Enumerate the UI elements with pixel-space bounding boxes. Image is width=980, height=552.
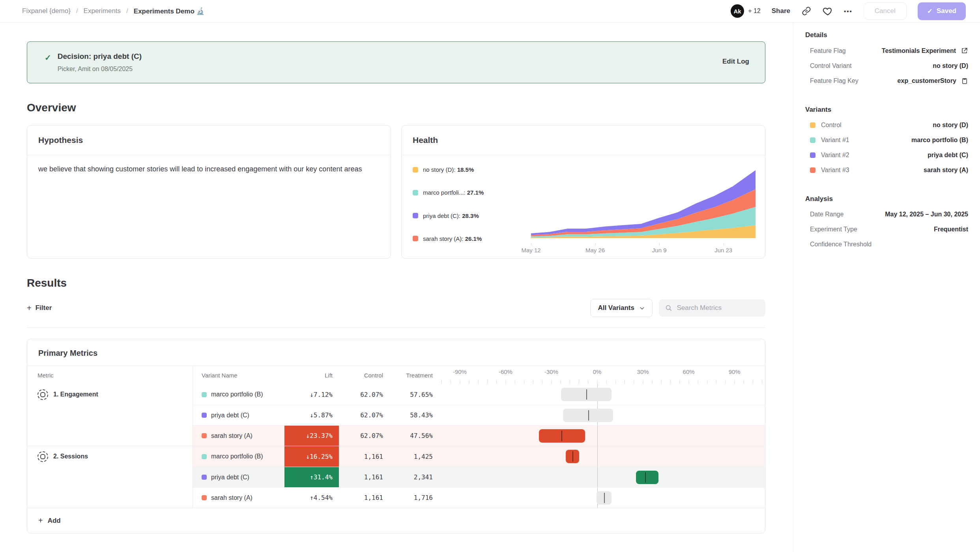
axis-tick-label: 60% [683, 368, 695, 375]
metric-table-row: 1. Engagementmarco portfolio (B)↓7.12%62… [27, 384, 765, 405]
share-button[interactable]: Share [772, 7, 790, 15]
confidence-interval-cell [441, 425, 765, 446]
control-cell: 1,161 [339, 446, 391, 467]
add-filter-button[interactable]: + Filter [27, 304, 52, 313]
breadcrumb-item[interactable]: Fixpanel {demo} [22, 7, 71, 15]
overview-title: Overview [27, 101, 765, 114]
variant-value: marco portfolio (B) [911, 137, 968, 144]
health-card-title: Health [402, 126, 765, 155]
top-bar: Fixpanel {demo}/Experiments/Experiments … [0, 0, 980, 23]
more-options-button[interactable]: ••• [844, 8, 853, 15]
variant-name-cell: priya debt (C) [193, 467, 284, 487]
variant-name: priya debt (C) [211, 474, 249, 481]
experiment-type-row: Experiment Type Frequentist [805, 222, 968, 237]
metric-target-icon [37, 451, 48, 462]
details-section: Details Feature Flag Testimonials Experi… [805, 31, 968, 88]
variant-row: Variant #2priya debt (C) [805, 148, 968, 163]
copy-link-icon[interactable] [801, 6, 812, 16]
saved-button[interactable]: ✓ Saved [918, 2, 966, 20]
results-title: Results [27, 277, 765, 289]
breadcrumb-item[interactable]: Experiments [84, 7, 121, 15]
feature-flag-key-row: Feature Flag Key exp_customerStory [805, 73, 968, 88]
search-metrics-input[interactable] [677, 304, 759, 312]
confidence-interval-bar [636, 471, 659, 484]
metric-cell: 1. Engagement [27, 384, 193, 405]
search-metrics-box[interactable] [659, 299, 765, 317]
x-axis-label: May 26 [585, 247, 605, 253]
legend-label: priya debt (C): 28.3% [423, 212, 479, 219]
variant-name-cell: priya debt (C) [193, 405, 284, 425]
saved-check-icon: ✓ [927, 7, 933, 15]
control-value: 1,161 [364, 453, 383, 460]
lift-marker [604, 493, 605, 503]
treatment-value: 2,341 [414, 473, 433, 481]
variant-color-chip [810, 167, 815, 173]
variant-name-cell: sarah story (A) [193, 425, 284, 446]
control-value: 1,161 [364, 494, 383, 501]
lift-cell: ↓23.37% [284, 425, 339, 446]
add-metric-button[interactable]: + Add [27, 508, 765, 533]
date-range-row: Date Range May 12, 2025 – Jun 30, 2025 [805, 207, 968, 222]
plus-icon: + [38, 516, 43, 525]
health-legend-item: marco portfoli...: 27.1% [413, 189, 531, 196]
cancel-button[interactable]: Cancel [864, 2, 907, 20]
treatment-cell: 1,425 [391, 446, 441, 467]
hypothesis-text: we believe that showing customer stories… [38, 164, 378, 175]
zero-line [597, 426, 598, 446]
variant-label: Variant #1 [821, 137, 849, 144]
variant-color-chip [202, 433, 207, 438]
variants-title: Variants [805, 106, 968, 114]
primary-metrics-header: Metric Variant Name Lift Control Treatme… [27, 366, 765, 384]
feature-flag-row: Feature Flag Testimonials Experiment [805, 43, 968, 58]
details-title: Details [805, 31, 968, 39]
variant-name-cell: marco portfolio (B) [193, 446, 284, 467]
variant-value: no story (D) [933, 122, 968, 129]
control-cell: 1,161 [339, 467, 391, 487]
breadcrumb-item[interactable]: Experiments Demo 🔬 [134, 7, 205, 15]
lift-marker [561, 431, 562, 441]
external-link-icon[interactable] [961, 47, 968, 54]
metric-name: 1. Engagement [53, 391, 98, 398]
metric-table-row: priya debt (C)↑31.4%1,1612,341 [27, 467, 765, 487]
confidence-interval-cell [441, 405, 765, 425]
variant-name: sarah story (A) [211, 494, 252, 501]
treatment-value: 58.43% [410, 411, 433, 419]
favorite-heart-icon[interactable] [823, 6, 833, 16]
control-value: 1,161 [364, 473, 383, 481]
legend-color-chip [413, 213, 418, 218]
metric-cell [27, 467, 193, 487]
variant-name: sarah story (A) [211, 432, 252, 439]
variant-row-label: Variant #3 [810, 167, 849, 174]
lift-marker [586, 389, 587, 400]
health-legend: no story (D): 18.5%marco portfoli...: 27… [413, 161, 531, 255]
lift-cell: ↓7.12% [284, 384, 339, 405]
decision-title: Decision: priya debt (C) [58, 52, 142, 61]
edit-log-button[interactable]: Edit Log [722, 58, 749, 66]
x-axis-tick [659, 243, 660, 246]
health-legend-item: priya debt (C): 28.3% [413, 212, 531, 219]
confidence-threshold-row: Confidence Threshold [805, 237, 968, 252]
treatment-value: 1,425 [414, 453, 433, 460]
metric-table-row: 2. Sessionsmarco portfolio (B)↓16.25%1,1… [27, 446, 765, 467]
avatar[interactable]: Ak [731, 4, 744, 18]
results-toolbar: + Filter All Variants [27, 299, 765, 328]
metric-table-row: priya debt (C)↓5.87%62.07%58.43% [27, 405, 765, 425]
variant-row-label: Variant #1 [810, 137, 849, 144]
clipboard-copy-icon[interactable] [961, 77, 968, 84]
decision-check-icon: ✓ [45, 53, 51, 62]
variants-dropdown[interactable]: All Variants [590, 299, 653, 317]
saved-label: Saved [937, 7, 956, 15]
metric-cell [27, 405, 193, 425]
axis-tick-label: -30% [544, 368, 558, 375]
plus-icon: + [27, 304, 32, 313]
collaborator-count[interactable]: + 12 [748, 8, 761, 15]
treatment-cell: 2,341 [391, 467, 441, 487]
variant-label: Variant #3 [821, 167, 849, 174]
hypothesis-card: Hypothesis we believe that showing custo… [27, 125, 391, 259]
treatment-value: 1,716 [414, 494, 433, 501]
control-cell: 62.07% [339, 384, 391, 405]
treatment-cell: 47.56% [391, 425, 441, 446]
breadcrumb: Fixpanel {demo}/Experiments/Experiments … [22, 7, 205, 15]
lift-value: ↓23.37% [306, 432, 333, 439]
variant-name: marco portfolio (B) [211, 453, 263, 460]
